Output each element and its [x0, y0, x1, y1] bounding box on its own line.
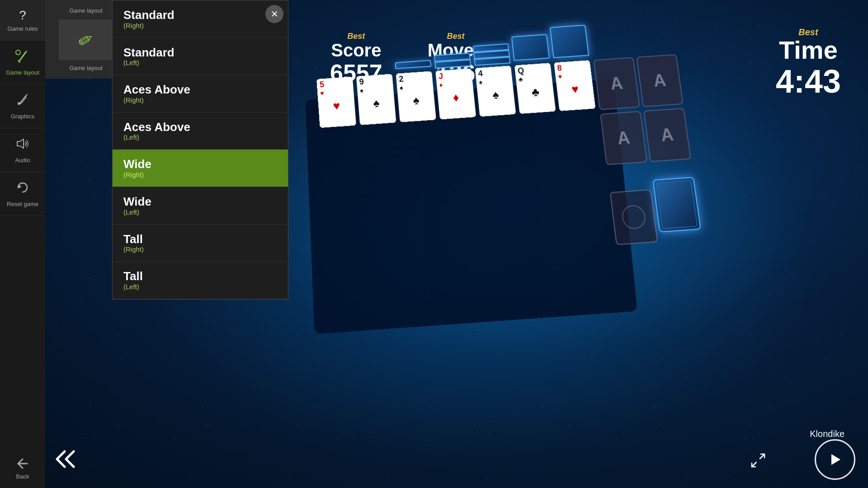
sidebar-item-game-layout[interactable]: Game layout — [0, 41, 45, 84]
score-label: Score — [330, 41, 382, 59]
sidebar-item-game-rules[interactable]: ? Game rules — [0, 0, 45, 41]
menu-item-tall-left[interactable]: Tall (Left) — [113, 262, 288, 299]
sidebar-item-graphics[interactable]: Graphics — [0, 84, 45, 128]
card-4-spades[interactable]: 4 ♠ ♠ — [475, 66, 516, 117]
sidebar-item-audio[interactable]: Audio — [0, 128, 45, 172]
menu-item-wide-left-sub: (Left) — [123, 208, 277, 216]
sidebar-item-audio-label: Audio — [15, 157, 30, 164]
klondike-label: Klondike — [810, 429, 844, 439]
ace-placeholder-4: A — [643, 108, 691, 162]
time-label: Time — [776, 38, 841, 63]
sidebar-item-graphics-label: Graphics — [11, 113, 34, 120]
back-label: Back — [16, 473, 29, 480]
close-button[interactable]: ✕ — [265, 5, 283, 23]
card-8-hearts[interactable]: 8 ♥ ♥ — [554, 60, 596, 111]
menu-item-aces-above-right-sub: (Right) — [123, 96, 277, 104]
menu-item-wide-right[interactable]: Wide (Right) — [113, 150, 288, 187]
back-button[interactable]: Back — [0, 447, 45, 488]
menu-item-aces-above-left-main: Aces Above — [123, 121, 277, 134]
audio-icon — [15, 136, 30, 154]
menu-item-aces-above-left-sub: (Left) — [123, 133, 277, 141]
menu-item-tall-right-sub: (Right) — [123, 245, 277, 253]
menu-item-standard-right-main: Standard — [123, 9, 277, 22]
draw-pile[interactable] — [652, 177, 701, 232]
svg-marker-10 — [831, 454, 840, 465]
menu-item-tall-left-sub: (Left) — [123, 283, 277, 291]
sidebar: ? Game rules Game layout Graphics — [0, 0, 45, 488]
card-5-hearts[interactable]: 5 ♥ ♥ — [316, 76, 356, 128]
card-2-spades[interactable]: 2 ♠ ♠ — [396, 71, 436, 122]
menu-item-tall-left-main: Tall — [123, 270, 277, 283]
expand-button[interactable] — [750, 452, 766, 472]
game-layout-panel-title: Game layout — [69, 7, 103, 14]
svg-line-8 — [752, 462, 756, 467]
sidebar-item-game-layout-label: Game layout — [6, 69, 39, 76]
moves-best-label: Best — [428, 32, 484, 41]
menu-item-wide-left[interactable]: Wide (Left) — [113, 187, 288, 225]
layout-dropdown: ✕ Standard (Right) Standard (Left) Aces … — [112, 0, 288, 300]
back-icon — [14, 455, 31, 473]
time-stat: Best Time 4:43 — [776, 27, 841, 100]
time-value: 4:43 — [776, 63, 841, 100]
menu-item-standard-right[interactable]: Standard (Right) — [113, 0, 288, 38]
draw-placeholder[interactable] — [610, 189, 658, 245]
card-9-spades[interactable]: 9 ♠ ♠ — [356, 74, 396, 125]
svg-line-9 — [760, 454, 764, 459]
menu-item-standard-left-sub: (Left) — [123, 59, 277, 66]
menu-item-wide-right-main: Wide — [123, 158, 277, 171]
draw-circle — [621, 204, 647, 230]
play-button[interactable] — [815, 439, 855, 480]
svg-marker-7 — [18, 185, 22, 188]
menu-item-standard-left-main: Standard — [123, 46, 277, 59]
menu-item-standard-right-sub: (Right) — [123, 22, 277, 29]
game-layout-panel-sub: Game layout — [69, 65, 103, 71]
ace-placeholder-1: A — [593, 57, 640, 110]
compass-icon: ✏ — [74, 27, 98, 53]
game-layout-icon-box: ✏ — [59, 19, 113, 60]
menu-item-standard-left[interactable]: Standard (Left) — [113, 38, 288, 75]
menu-item-wide-right-sub: (Right) — [123, 171, 277, 178]
sidebar-item-game-rules-label: Game rules — [7, 25, 38, 32]
question-icon: ? — [19, 8, 26, 23]
card-j-diamonds[interactable]: J ♦ ♦ — [435, 68, 476, 119]
draw-pile-inner — [656, 180, 697, 229]
sidebar-item-reset-game-label: Reset game — [7, 201, 38, 207]
menu-item-aces-above-left[interactable]: Aces Above (Left) — [113, 113, 288, 150]
ace-placeholder-2: A — [636, 54, 684, 107]
menu-item-tall-right-main: Tall — [123, 233, 277, 246]
sidebar-bottom: Back — [0, 447, 45, 488]
card-back-stack-4 — [511, 34, 550, 61]
score-best-label: Best — [330, 32, 382, 41]
svg-line-3 — [25, 94, 27, 96]
ace-placeholder-3: A — [600, 111, 647, 165]
card-back-stack-5 — [550, 25, 589, 58]
menu-item-aces-above-right-main: Aces Above — [123, 83, 277, 96]
card-q-clubs[interactable]: Q ♣ ♣ — [514, 63, 556, 114]
svg-point-4 — [18, 102, 20, 105]
menu-item-aces-above-right[interactable]: Aces Above (Right) — [113, 75, 288, 113]
menu-item-wide-left-main: Wide — [123, 195, 277, 208]
brush-icon — [15, 93, 30, 110]
pencil-icon — [15, 49, 30, 66]
svg-point-2 — [16, 50, 20, 55]
sidebar-item-reset-game[interactable]: Reset game — [0, 172, 45, 216]
reset-icon — [15, 180, 30, 198]
double-chevron-button[interactable] — [51, 443, 83, 475]
menu-item-tall-right[interactable]: Tall (Right) — [113, 225, 288, 262]
